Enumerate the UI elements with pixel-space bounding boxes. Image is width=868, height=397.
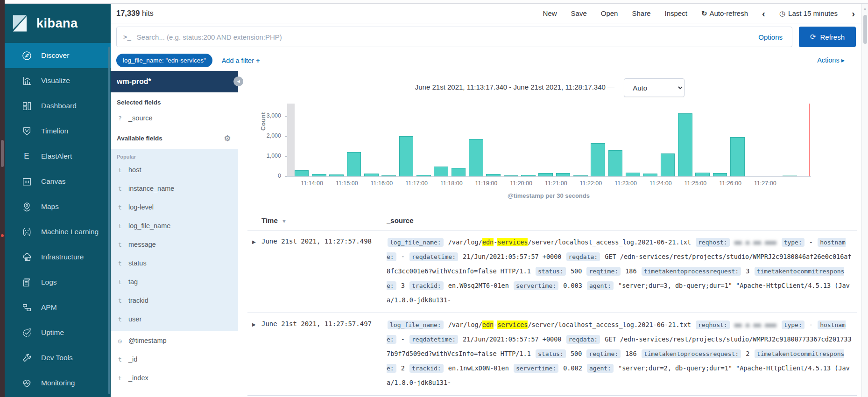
source-text: 2 [397, 364, 409, 372]
menu-item-new[interactable]: New [543, 9, 557, 17]
menu-item-save[interactable]: Save [571, 9, 587, 17]
search-highlight: services [497, 238, 528, 246]
histogram-bar[interactable] [469, 139, 483, 176]
histogram-bar[interactable] [556, 173, 571, 176]
kibana-logo[interactable]: kibana [5, 4, 111, 43]
page-scrollbar-thumb[interactable] [863, 15, 867, 44]
sidebar-item-dev-tools[interactable]: Dev Tools [5, 345, 111, 370]
time-range-picker[interactable]: ◷Last 15 minutes [779, 9, 838, 18]
hits-count: 17,339 [116, 9, 140, 17]
text-type-icon: t [117, 316, 123, 323]
dashboard-grid-icon [21, 100, 33, 111]
x-axis-tick-label: 11:17:00 [399, 180, 434, 187]
field-item-host[interactable]: thost [111, 160, 238, 179]
sidebar-item-infrastructure[interactable]: Infrastructure [5, 244, 111, 270]
field-item-log_file_name[interactable]: tlog_file_name [111, 216, 238, 235]
field-name: user [128, 315, 141, 323]
letter-e-icon: E [21, 151, 33, 162]
menu-item-share[interactable]: Share [632, 9, 650, 17]
histogram-bar[interactable] [434, 167, 448, 177]
histogram-bar[interactable] [678, 113, 692, 176]
field-settings-gear-icon[interactable]: ⚙ [224, 134, 231, 143]
sidebar-item-uptime[interactable]: Uptime [5, 320, 111, 345]
field-item-tag[interactable]: ttag [111, 272, 238, 291]
histogram-bar[interactable] [695, 173, 710, 176]
expand-row-button[interactable]: ▶ [247, 235, 261, 244]
source-text: 3 [397, 282, 409, 289]
expand-row-button[interactable]: ▶ [247, 318, 261, 327]
histogram-bar[interactable] [295, 170, 309, 176]
field-item-@timestamp[interactable]: ◷@timestamp [111, 331, 238, 350]
field-item-trackid[interactable]: ttrackid [111, 291, 238, 310]
sidebar-item-label: Logs [41, 278, 57, 286]
index-pattern-selector[interactable]: wm-prod* [111, 71, 238, 92]
time-back-button[interactable]: ‹ [762, 8, 765, 18]
field-item-_source[interactable]: ?_source [111, 109, 238, 127]
field-item-instance_name[interactable]: tinstance_name [111, 179, 238, 198]
histogram-bar[interactable] [661, 153, 675, 176]
field-key-badge: log_file_name: [388, 238, 444, 247]
field-key-badge: type: [782, 320, 804, 329]
partial-bucket-band [287, 104, 295, 176]
sidebar-item-discover[interactable]: Discover [5, 43, 111, 68]
sidebar-item-visualize[interactable]: Visualize [5, 68, 111, 93]
histogram-bar[interactable] [713, 173, 727, 176]
menu-item-inspect[interactable]: Inspect [665, 9, 687, 17]
sidebar-item-logs[interactable]: Logs [5, 270, 111, 295]
time-forward-button[interactable]: › [852, 8, 855, 18]
source-text: 186 [621, 267, 641, 275]
table-body: ▶June 21st 2021, 11:27:57.498log_file_na… [247, 230, 857, 396]
histogram-bar[interactable] [608, 150, 623, 176]
date-field-icon: ◷ [117, 337, 123, 344]
sidebar-item-label: Maps [41, 202, 59, 211]
field-key-badge: type: [782, 238, 804, 247]
collapse-fields-panel-button[interactable]: ◀ [233, 77, 243, 86]
top-menu: NewSaveOpenShareInspect ↻Auto-refresh ‹ … [543, 8, 855, 18]
histogram-bar[interactable] [452, 168, 466, 176]
time-range-text: June 21st 2021, 11:13:17.340 - June 21st… [415, 83, 614, 91]
x-axis-title: @timestamp per 30 seconds [287, 192, 810, 199]
wrench-icon [21, 352, 33, 363]
sidebar-item-timelion[interactable]: Timelion [5, 118, 111, 144]
sidebar-scrollbar-thumb[interactable] [108, 47, 110, 394]
search-input[interactable] [137, 33, 749, 41]
histogram-chart: Count 3,0002,0001,0000 11:14:0011:15:001… [247, 100, 840, 207]
sidebar-item-elastalert[interactable]: EElastAlert [5, 144, 111, 169]
field-item-_index[interactable]: t_index [111, 369, 238, 387]
interval-select[interactable]: Auto [624, 78, 685, 97]
field-item-_id[interactable]: t_id [111, 350, 238, 369]
sidebar-item-apm[interactable]: APM [5, 295, 111, 320]
edge-scrollbar-thumb[interactable] [1, 140, 4, 167]
x-axis-tick-label: 11:14:00 [295, 180, 329, 187]
histogram-bar[interactable] [591, 143, 605, 176]
auto-refresh-button[interactable]: ↻Auto-refresh [701, 9, 748, 18]
field-item-user[interactable]: tuser [111, 310, 238, 328]
add-filter-button[interactable]: Add a filter + [222, 56, 260, 64]
apm-icon [21, 302, 33, 313]
field-item-log-level[interactable]: tlog-level [111, 198, 238, 216]
field-name: message [128, 241, 156, 248]
scrollbar-up-arrow[interactable]: ▲ [862, 7, 868, 11]
sidebar-item-maps[interactable]: Maps [5, 194, 111, 219]
sidebar-item-machine-learning[interactable]: Machine Learning [5, 219, 111, 244]
time-column-header[interactable]: Time ▼ [261, 216, 387, 224]
sidebar-item-canvas[interactable]: Canvas [5, 169, 111, 194]
histogram-bar[interactable] [626, 173, 640, 176]
actions-button[interactable]: Actions ▸ [817, 56, 845, 64]
histogram-bar[interactable] [730, 137, 745, 176]
menu-item-open[interactable]: Open [601, 9, 618, 17]
field-name: _id [128, 355, 137, 363]
field-item-message[interactable]: tmessage [111, 235, 238, 254]
sidebar-item-monitoring[interactable]: Monitoring [5, 370, 111, 396]
source-text: - [397, 253, 409, 260]
histogram-bar[interactable] [347, 152, 361, 176]
browser-top-edge [5, 0, 868, 4]
filter-pill[interactable]: log_file_name: "edn-services" [116, 54, 212, 67]
histogram-bar[interactable] [538, 173, 553, 176]
histogram-bar[interactable] [399, 136, 414, 176]
options-button[interactable]: Options [749, 33, 792, 41]
sidebar-item-dashboard[interactable]: Dashboard [5, 93, 111, 118]
refresh-button[interactable]: ⟳ Refresh [799, 27, 856, 47]
kibana-logo-icon [10, 14, 30, 33]
field-item-status[interactable]: tstatus [111, 254, 238, 272]
